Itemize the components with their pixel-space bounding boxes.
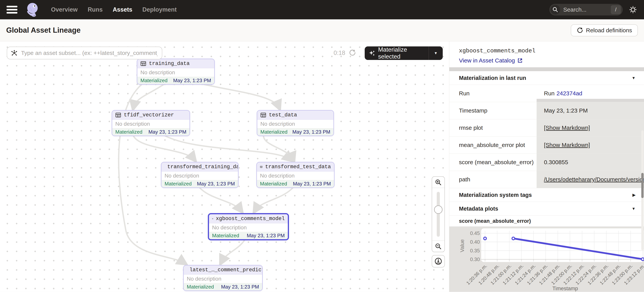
search-shortcut-key: / bbox=[611, 5, 621, 14]
asset-node-test-data[interactable]: test_data No description Materialized Ma… bbox=[257, 110, 334, 136]
chevron-down-icon: ▼ bbox=[632, 206, 636, 211]
zoom-in-button[interactable] bbox=[432, 177, 444, 188]
svg-text:1:23:12 p.m.: 1:23:12 p.m. bbox=[623, 263, 644, 286]
asset-node-description: No description bbox=[257, 172, 334, 180]
nav-item-deployment[interactable]: Deployment bbox=[142, 6, 176, 13]
svg-text:0.30: 0.30 bbox=[470, 256, 480, 262]
metadata-label: mean_absolute_error plot bbox=[449, 137, 536, 154]
metadata-value: [Show Markdown] bbox=[536, 119, 644, 136]
asset-subset-filter[interactable] bbox=[7, 47, 162, 59]
svg-text:0.45: 0.45 bbox=[470, 230, 480, 236]
metadata-value-link[interactable]: [Show Markdown] bbox=[544, 125, 590, 131]
asset-node-header: test_data bbox=[257, 111, 334, 120]
metadata-label: Timestamp bbox=[449, 102, 536, 119]
asset-node-status-bar: Materialized May 23, 1:23 PM bbox=[184, 283, 262, 290]
asset-node-status: Materialized bbox=[212, 233, 239, 239]
asset-node-tfidf-vectorizer[interactable]: tfidf_vectorizer No description Material… bbox=[112, 110, 190, 136]
zoom-out-button[interactable] bbox=[432, 240, 444, 252]
asset-node-status: Materialized bbox=[260, 181, 287, 187]
materialize-selected-button[interactable]: Materialize selected ▼ bbox=[365, 46, 443, 60]
nav-item-runs[interactable]: Runs bbox=[88, 6, 103, 13]
asset-detail-panel: xgboost_comments_model View in Asset Cat… bbox=[449, 41, 644, 292]
asset-node-status-bar: Materialized May 23, 1:23 PM bbox=[112, 128, 190, 136]
lineage-graph-canvas[interactable]: training_data No description Materialize… bbox=[0, 41, 449, 292]
panel-header: xgboost_comments_model View in Asset Cat… bbox=[449, 41, 644, 64]
asset-subset-input[interactable] bbox=[21, 50, 158, 57]
zoom-slider-handle[interactable] bbox=[434, 205, 442, 214]
asset-node-timestamp: May 23, 1:23 PM bbox=[293, 181, 331, 187]
panel-scrollbar-thumb[interactable] bbox=[641, 173, 644, 198]
asset-node-status-bar: Materialized May 23, 1:23 PM bbox=[257, 180, 334, 187]
asset-node-name: xgboost_comments_model bbox=[216, 216, 285, 222]
asset-node-xgboost-comments-model[interactable]: xgboost_comments_model No description Ma… bbox=[208, 213, 289, 240]
view-in-asset-catalog-link[interactable]: View in Asset Catalog bbox=[459, 57, 523, 64]
metadata-value: 0.300855 bbox=[536, 154, 644, 171]
metadata-row-Run: RunRun242374ad bbox=[449, 85, 644, 102]
table-icon bbox=[260, 112, 266, 118]
zoom-slider-track[interactable] bbox=[437, 192, 440, 237]
asset-node-status: Materialized bbox=[164, 181, 192, 187]
page-title: Global Asset Lineage bbox=[6, 26, 80, 35]
panel-vertical-scrollbar[interactable] bbox=[641, 130, 644, 250]
metadata-row-score-mean-absolute-error-: score (mean_absolute_error)0.300855 bbox=[449, 154, 644, 171]
asset-node-name: latest_…_comment_predictions bbox=[190, 267, 263, 273]
asset-node-timestamp: May 23, 1:23 PM bbox=[148, 129, 186, 135]
settings-gear-icon[interactable] bbox=[628, 5, 638, 14]
svg-text:1:20:36 p.m.: 1:20:36 p.m. bbox=[465, 263, 488, 286]
download-center-icon bbox=[434, 257, 442, 265]
metadata-label: path bbox=[449, 171, 536, 188]
asset-node-header: transformed_training_data bbox=[162, 162, 238, 172]
refresh-timer: 0:18 bbox=[334, 50, 345, 57]
recenter-graph-button[interactable] bbox=[432, 255, 445, 267]
page-header: Global Asset Lineage Reload definitions bbox=[0, 19, 644, 41]
asset-node-timestamp: May 23, 1:23 PM bbox=[292, 129, 330, 135]
asset-node-training-data[interactable]: training_data No description Materialize… bbox=[137, 59, 215, 85]
asset-node-status: Materialized bbox=[260, 129, 288, 135]
asset-node-latest-comment-predictions[interactable]: latest_…_comment_predictions No descript… bbox=[183, 265, 263, 291]
section-metadata-plots[interactable]: Metadata plots ▼ bbox=[449, 202, 644, 216]
refresh-graph-icon[interactable] bbox=[349, 49, 356, 57]
asset-node-transformed-test-data[interactable]: transformed_test_data No description Mat… bbox=[256, 162, 334, 188]
metadata-value-link[interactable]: /Users/odetteharary/Documents/version bbox=[544, 176, 644, 183]
panel-asset-name: xgboost_comments_model bbox=[459, 48, 644, 54]
metadata-table: RunRun242374adTimestampMay 23, 1:23 PMrm… bbox=[449, 85, 644, 188]
asset-node-description: No description bbox=[257, 120, 334, 128]
search-icon bbox=[550, 5, 560, 15]
nav-item-assets[interactable]: Assets bbox=[112, 6, 132, 13]
asset-node-timestamp: May 23, 1:23 PM bbox=[173, 78, 211, 84]
asset-node-description: No description bbox=[137, 68, 214, 77]
top-nav: OverviewRunsAssetsDeployment Search... / bbox=[0, 0, 644, 19]
asset-node-name: transformed_test_data bbox=[265, 164, 331, 170]
panel-horizontal-scrollbar[interactable] bbox=[449, 67, 644, 71]
run-id-link[interactable]: 242374ad bbox=[556, 90, 582, 97]
metadata-row-rmse-plot: rmse plot[Show Markdown] bbox=[449, 119, 644, 137]
zoom-slider[interactable] bbox=[432, 188, 444, 240]
asset-node-header: training_data bbox=[137, 59, 214, 68]
asset-node-description: No description bbox=[162, 172, 238, 180]
nav-item-overview[interactable]: Overview bbox=[51, 6, 78, 13]
metadata-row-Timestamp: TimestampMay 23, 1:23 PM bbox=[449, 102, 644, 119]
asset-node-name: training_data bbox=[149, 61, 190, 67]
asset-node-status: Materialized bbox=[140, 78, 168, 84]
value-cell-scrollbar[interactable] bbox=[536, 99, 644, 102]
global-search[interactable]: Search... / bbox=[549, 4, 623, 16]
section-materialization-last-run[interactable]: Materialization in last run ▼ bbox=[449, 71, 644, 85]
menu-icon[interactable] bbox=[6, 6, 18, 14]
metadata-value: /Users/odetteharary/Documents/version bbox=[536, 171, 644, 188]
asset-node-name: tfidf_vectorizer bbox=[124, 112, 174, 118]
asset-node-timestamp: May 23, 1:23 PM bbox=[247, 233, 285, 239]
metadata-value-link[interactable]: [Show Markdown] bbox=[544, 142, 590, 148]
materialize-dropdown-caret[interactable]: ▼ bbox=[429, 46, 443, 60]
table-icon bbox=[140, 61, 146, 67]
metadata-label: rmse plot bbox=[449, 119, 536, 136]
dagster-logo[interactable] bbox=[24, 2, 40, 18]
reload-definitions-button[interactable]: Reload definitions bbox=[571, 24, 638, 36]
svg-text:Timestamp: Timestamp bbox=[552, 285, 578, 291]
asset-node-transformed-training-data[interactable]: transformed_training_data No description… bbox=[161, 162, 238, 188]
external-link-icon bbox=[517, 58, 523, 63]
svg-text:Value: Value bbox=[459, 239, 465, 252]
search-placeholder: Search... bbox=[563, 7, 586, 13]
asset-node-status-bar: Materialized May 23, 1:23 PM bbox=[162, 180, 238, 187]
section-materialization-system-tags[interactable]: Materialization system tags ▶ bbox=[449, 188, 644, 202]
asset-node-description: No description bbox=[112, 120, 190, 128]
